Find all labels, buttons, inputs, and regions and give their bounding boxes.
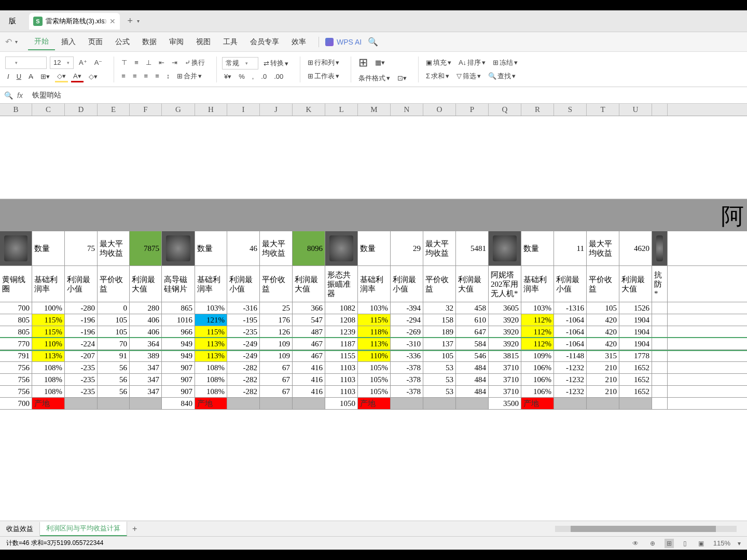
cell[interactable]: 907	[162, 386, 195, 397]
align-center-icon[interactable]: ≡	[131, 71, 139, 81]
cell[interactable]: -249	[227, 350, 260, 361]
cell[interactable]: 113%	[195, 350, 227, 361]
cell[interactable]: 8096	[293, 231, 325, 265]
cell[interactable]: 210	[587, 386, 619, 397]
cell[interactable]: 420	[587, 314, 619, 326]
wrap-button[interactable]: ⤶换行	[183, 57, 207, 68]
cell[interactable]: 103%	[195, 302, 227, 314]
convert-button[interactable]: ⇄转换▾	[261, 58, 290, 69]
cell[interactable]: 1208	[325, 314, 358, 326]
cell[interactable]: 56	[98, 386, 130, 397]
cell[interactable]: 416	[293, 386, 325, 397]
cell[interactable]: 1904	[619, 326, 652, 338]
cell[interactable]: -235	[65, 362, 98, 373]
cell[interactable]: 108%	[195, 386, 227, 397]
cell[interactable]: -1316	[554, 302, 587, 314]
cell[interactable]: 1652	[619, 362, 652, 373]
merge-button[interactable]: ⊞合并▾	[175, 71, 204, 82]
font-increase-icon[interactable]: A⁺	[77, 58, 89, 67]
cell[interactable]: 7875	[130, 231, 162, 265]
horizontal-scrollbar[interactable]	[555, 526, 737, 532]
cell[interactable]: 484	[456, 362, 489, 373]
cell[interactable]: 756	[0, 374, 32, 385]
cell[interactable]: 70	[98, 338, 130, 349]
indent-decrease-icon[interactable]: ⇤	[157, 58, 167, 67]
name-box-icon[interactable]: 🔍	[4, 91, 13, 100]
cell[interactable]	[227, 398, 260, 409]
cell[interactable]: 106%	[521, 386, 554, 397]
cell[interactable]: 11	[554, 231, 587, 265]
cell[interactable]	[423, 398, 456, 409]
col-header-C[interactable]: C	[32, 104, 65, 116]
fx-icon[interactable]: fx	[17, 91, 23, 100]
clear-format-icon[interactable]: ◇▾	[87, 72, 100, 81]
cell[interactable]: 105%	[358, 374, 391, 385]
cell[interactable]: 108%	[32, 362, 65, 373]
cell[interactable]	[65, 398, 98, 409]
cell[interactable]: 126	[260, 326, 293, 338]
cell[interactable]: 利润最大值	[619, 266, 652, 302]
cell[interactable]: 100%	[32, 302, 65, 314]
cell[interactable]: 137	[423, 338, 456, 349]
cell[interactable]	[456, 398, 489, 409]
cell[interactable]: 112%	[521, 338, 554, 349]
cell[interactable]: 115%	[32, 326, 65, 338]
cell[interactable]: 105%	[358, 386, 391, 397]
freeze-button[interactable]: ⊞冻结▾	[491, 57, 520, 68]
cell[interactable]: 3815	[489, 350, 521, 361]
cell[interactable]: 56	[98, 362, 130, 373]
cell[interactable]: 产地	[358, 398, 391, 409]
cell[interactable]	[652, 326, 668, 338]
cell[interactable]: 1778	[619, 350, 652, 361]
cell[interactable]: 91	[98, 350, 130, 361]
cell[interactable]: 数量	[195, 231, 227, 265]
col-header-I[interactable]: I	[227, 104, 260, 116]
focus-icon[interactable]: ⊕	[648, 539, 657, 548]
cell[interactable]: 1239	[325, 326, 358, 338]
cell[interactable]: 利润最小值	[227, 266, 260, 302]
wps-ai-button[interactable]: WPS AI	[325, 38, 362, 46]
cell[interactable]: 105	[423, 350, 456, 361]
currency-icon[interactable]: ¥▾	[222, 72, 233, 81]
menu-review[interactable]: 审阅	[163, 34, 190, 50]
cell[interactable]: 1103	[325, 362, 358, 373]
cell[interactable]: 949	[162, 338, 195, 349]
cell[interactable]: 109	[260, 338, 293, 349]
cell[interactable]	[652, 302, 668, 314]
rowcol-button[interactable]: ⊞行和列▾	[306, 57, 341, 68]
cell[interactable]	[130, 398, 162, 409]
cell[interactable]: 840	[162, 398, 195, 409]
font-color-icon[interactable]: A▾	[71, 71, 84, 82]
cell[interactable]: 1187	[325, 338, 358, 349]
cell[interactable]: 484	[456, 374, 489, 385]
col-header-O[interactable]: O	[423, 104, 456, 116]
grid-icon[interactable]: ⊡▾	[395, 73, 409, 83]
col-header-T[interactable]: T	[587, 104, 619, 116]
worksheet-button[interactable]: ⊞工作表▾	[306, 71, 341, 82]
cell[interactable]: 700	[0, 302, 32, 314]
scroll-thumb[interactable]	[571, 526, 716, 532]
cell[interactable]: 53	[423, 386, 456, 397]
cell[interactable]: 113%	[195, 338, 227, 349]
spreadsheet-grid[interactable]: BCDEFGHIJKLMNOPQRSTU 阿 数量75最大平均收益7875数量4…	[0, 104, 747, 529]
cell[interactable]: 基础利润率	[195, 266, 227, 302]
cell[interactable]: 805	[0, 314, 32, 326]
cell[interactable]: 3710	[489, 386, 521, 397]
cell[interactable]: 利润最大值	[293, 266, 325, 302]
cell[interactable]	[652, 374, 668, 385]
cell[interactable]: -195	[227, 314, 260, 326]
decimal-increase-icon[interactable]: .0	[259, 72, 269, 81]
cell[interactable]: 108%	[32, 386, 65, 397]
cell[interactable]: 347	[130, 362, 162, 373]
cell[interactable]: 0	[98, 302, 130, 314]
cell[interactable]: 形态共振瞄准器	[325, 266, 358, 302]
cell[interactable]: -1064	[554, 338, 587, 349]
cell[interactable]: -294	[391, 314, 423, 326]
cell[interactable]	[162, 231, 195, 265]
cell[interactable]: 865	[162, 302, 195, 314]
cell[interactable]	[260, 398, 293, 409]
cell[interactable]: 347	[130, 374, 162, 385]
cell[interactable]: 56	[98, 374, 130, 385]
cell[interactable]: 1082	[325, 302, 358, 314]
cell[interactable]: 113%	[32, 350, 65, 361]
